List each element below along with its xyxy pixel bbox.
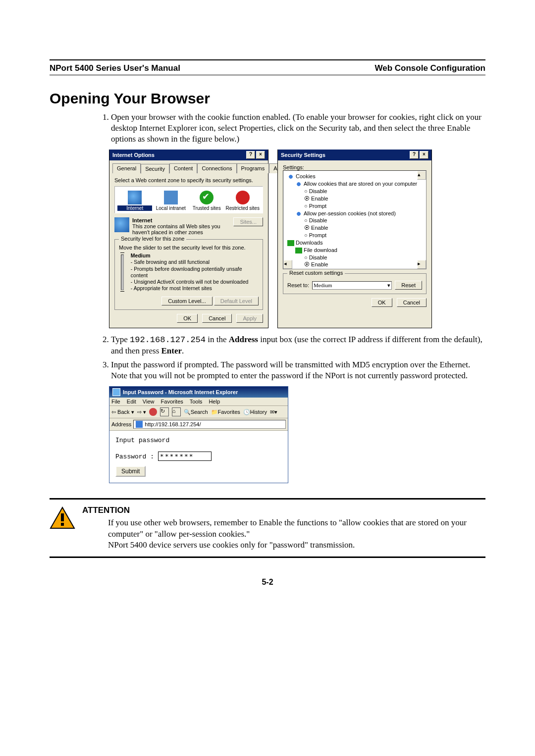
computer-icon [164,191,178,204]
zone-description: Internet This zone contains all Web site… [114,217,263,235]
back-button[interactable]: ⇦ Back ▾ [111,409,134,415]
address-input[interactable]: http://192.168.127.254/ [133,420,286,429]
cookie-icon [287,174,294,180]
security-slider[interactable] [119,252,126,292]
scroll-left-icon[interactable]: ◂ [283,260,292,269]
dialog-titlebar: Security Settings ? × [278,150,431,160]
radio-disable[interactable]: Disable [284,217,425,224]
security-level-group: Security level for this zone Move the sl… [114,239,263,310]
cancel-button[interactable]: Cancel [202,314,232,323]
radio-enable[interactable]: Enable [284,195,425,202]
default-level-button[interactable]: Default Level [214,297,259,305]
cancel-button[interactable]: Cancel [397,298,427,307]
address-value: http://192.168.127.254/ [145,421,201,427]
tree-file-dl: File download [304,247,337,253]
level-line3: - Unsigned ActiveX controls will not be … [131,279,259,285]
address-label: Address [111,421,131,427]
ok-button[interactable]: OK [177,314,198,323]
custom-level-button[interactable]: Custom Level... [161,297,212,305]
address-bar: Address http://192.168.127.254/ [109,418,288,431]
level-line4: - Appropriate for most Internet sites [131,285,259,292]
reset-to-select[interactable]: Medium ▾ [312,281,392,290]
radio-enable[interactable]: Enable [284,224,425,232]
menu-view[interactable]: View [143,399,155,404]
tabs-bar: General Security Content Connections Pro… [109,160,268,173]
stop-icon[interactable] [149,408,157,416]
tab-programs[interactable]: Programs [237,163,269,173]
menu-edit[interactable]: Edit [127,399,136,404]
close-icon[interactable]: × [256,151,265,159]
radio-enable[interactable]: Enable [284,261,425,268]
tab-general[interactable]: General [112,163,141,173]
attention-title: ATTENTION [82,505,485,515]
tree-allow-stored: Allow cookies that are stored on your co… [304,181,417,187]
help-icon[interactable]: ? [410,151,419,159]
close-icon[interactable]: × [420,151,428,159]
zone-trusted[interactable]: Trusted sites [189,191,224,211]
reset-button[interactable]: Reset [395,281,422,290]
tab-content[interactable]: Content [169,163,198,173]
group-legend: Security level for this zone [119,236,186,242]
ie-browser-window: Input Password - Microsoft Internet Expl… [109,386,288,483]
header-left: NPort 5400 Series User's Manual [50,63,180,73]
downloads-icon [287,240,294,246]
scroll-right-icon[interactable]: ▸ [417,260,426,269]
level-title: Medium [131,252,259,259]
home-icon[interactable]: ⌂ [172,407,181,416]
attention-box: ATTENTION If you use other web browsers,… [50,498,485,557]
zone-internet[interactable]: Internet [117,191,152,211]
tree-cookies: Cookies [296,173,316,179]
globe-icon [128,191,142,204]
toolbar: ⇦ Back ▾ ⇨ ▾ ↻ ⌂ 🔍Search 📁Favorites 🕓His… [109,406,288,418]
svg-rect-1 [61,513,64,521]
tab-security[interactable]: Security [141,164,169,174]
help-icon[interactable]: ? [246,151,255,159]
menu-favorites[interactable]: Favorites [161,399,183,404]
refresh-icon[interactable]: ↻ [160,407,169,416]
password-input[interactable]: ******* [158,452,212,461]
radio-disable[interactable]: Disable [284,254,425,261]
content-heading: Input password [115,437,282,444]
window-titlebar: Input Password - Microsoft Internet Expl… [109,387,288,398]
zone-label-restricted: Restricted sites [225,205,260,211]
zone-label-internet: Internet [117,205,152,211]
favorites-button[interactable]: 📁Favorites [211,409,240,415]
history-button[interactable]: 🕓History [243,409,267,415]
steps-list: Open your browser with the cookie functi… [99,112,485,145]
move-slider-text: Move the slider to set the security leve… [119,245,259,251]
step-2: Type 192.168.127.254 in the Address inpu… [111,334,485,356]
zone-restricted[interactable]: Restricted sites [225,191,260,211]
search-button[interactable]: 🔍Search [184,409,208,415]
apply-button[interactable]: Apply [236,314,263,323]
radio-disable[interactable]: Disable [284,188,425,195]
step-3: Input the password if prompted. The pass… [111,359,485,381]
zone-intranet[interactable]: Local intranet [154,191,188,211]
zone-heading: Internet [132,217,230,223]
menu-help[interactable]: Help [209,399,220,404]
menu-tools[interactable]: Tools [190,399,203,404]
mail-icon[interactable]: ✉▾ [270,409,277,415]
settings-tree[interactable]: ▴ Cookies Allow cookies that are stored … [283,170,427,269]
window-title: Input Password - Microsoft Internet Expl… [123,389,238,395]
tree-downloads: Downloads [296,240,322,246]
sites-button[interactable]: Sites... [233,217,263,226]
steps-list-2: Type 192.168.127.254 in the Address inpu… [99,334,485,381]
browser-content: Input password Password : ******* Submit [109,431,288,483]
submit-button[interactable]: Submit [115,466,146,477]
tab-connections[interactable]: Connections [197,163,236,173]
scroll-up-icon[interactable]: ▴ [417,171,426,180]
menu-bar: File Edit View Favorites Tools Help [109,398,288,406]
radio-prompt[interactable]: Prompt [284,232,425,239]
security-settings-dialog: Security Settings ? × Settings: ▴ Cookie… [277,150,432,328]
zone-desc-line1: This zone contains all Web sites you [132,223,230,229]
reset-custom-group: Reset custom settings Reset to: Medium ▾… [283,273,427,294]
radio-prompt[interactable]: Prompt [284,202,425,210]
ban-icon [236,191,250,204]
forward-button[interactable]: ⇨ ▾ [137,409,146,415]
globe-icon [114,217,129,232]
dialog-title: Internet Options [112,152,155,158]
ok-button[interactable]: OK [372,298,392,307]
password-label: Password : [115,453,154,460]
menu-file[interactable]: File [111,399,120,404]
svg-rect-2 [61,523,64,526]
